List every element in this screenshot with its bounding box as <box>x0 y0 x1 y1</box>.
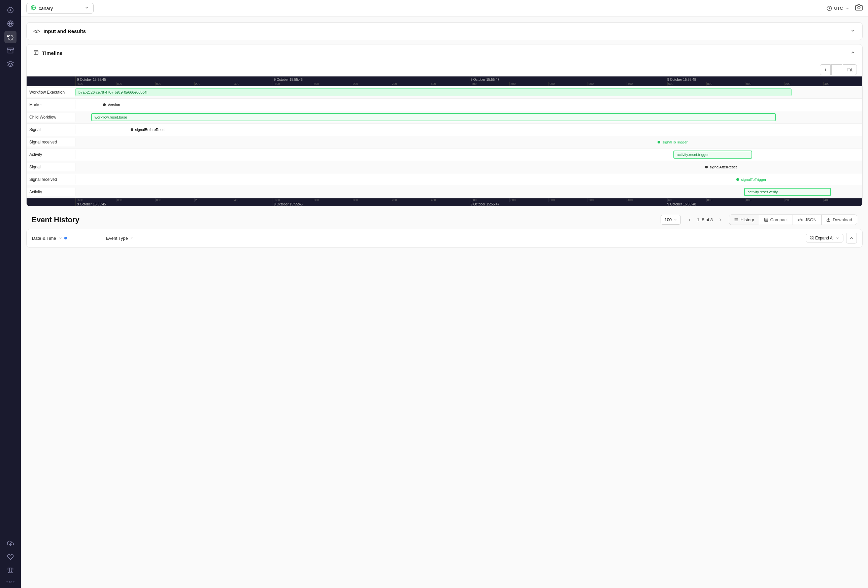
tab-json-label: JSON <box>805 217 817 222</box>
footer-timestamp-groups: 600 800 000 200 400 9 October 15:55:45 6… <box>75 198 862 206</box>
signal1-track: signalBeforeReset <box>75 124 862 136</box>
timezone-label: UTC <box>834 6 843 11</box>
expand-all-button[interactable]: Expand All <box>806 234 843 242</box>
input-results-collapse-icon <box>850 28 856 34</box>
event-history-controls: 100 1–8 of 8 <box>661 214 857 225</box>
scroll-top-button[interactable] <box>846 233 857 244</box>
sidebar-item-globe[interactable] <box>4 18 16 30</box>
marker-track: Version <box>75 99 862 111</box>
timeline-row-activity1: Activity activity.reset.trigger <box>27 149 862 161</box>
tab-compact-label: Compact <box>771 217 788 222</box>
code-icon: </> <box>33 29 40 34</box>
svg-rect-27 <box>812 236 813 238</box>
tab-json[interactable]: </> JSON <box>793 215 822 225</box>
sidebar-item-favorites[interactable] <box>4 551 16 563</box>
timeline-collapse-icon <box>850 50 856 56</box>
col-eventtype: Event Type <box>106 233 806 244</box>
footer-group-3: 600 800 000 200 400 9 October 15:55:48 <box>666 198 862 206</box>
activity2-bar[interactable]: activity.reset.verify <box>744 188 831 196</box>
svg-rect-26 <box>810 236 812 238</box>
timeline-title-group: Timeline <box>33 50 63 56</box>
col-datetime: Date & Time <box>32 233 106 244</box>
timeline-card: Timeline + - Fit 9 October <box>26 44 863 207</box>
sidebar-item-layers[interactable] <box>4 58 16 70</box>
event-table-header: Date & Time Event Type Expand All <box>27 229 862 247</box>
signalreceived2-dot[interactable]: signalToTrigger <box>737 177 766 182</box>
page-size-selector[interactable]: 100 <box>661 215 681 225</box>
signal2-dot[interactable]: signalAfterReset <box>705 165 737 169</box>
pagination-controls: 1–8 of 8 <box>685 215 725 225</box>
childworkflow-track: workflow.reset.base <box>75 111 862 123</box>
camera-icon[interactable] <box>855 4 863 13</box>
download-button[interactable]: Download <box>822 215 857 225</box>
timeline-row-signal2: Signal signalAfterReset <box>27 161 862 173</box>
svg-rect-13 <box>34 50 38 55</box>
input-results-header[interactable]: </> Input and Results <box>27 22 862 40</box>
zoom-in-button[interactable]: + <box>820 64 831 75</box>
dot-icon <box>658 141 660 143</box>
childworkflow-bar[interactable]: workflow.reset.base <box>91 113 776 121</box>
tab-history-label: History <box>740 217 754 222</box>
input-results-title-group: </> Input and Results <box>33 28 86 34</box>
timeline-row-signal1: Signal signalBeforeReset <box>27 124 862 136</box>
signal1-label: signalBeforeReset <box>135 128 166 131</box>
timezone-selector[interactable]: UTC <box>827 6 850 11</box>
dot-icon <box>705 166 708 168</box>
pagination-prev-button[interactable] <box>685 215 694 225</box>
timestamp-groups: 9 October 15:55:45 600 800 000 200 400 9… <box>75 77 862 86</box>
svg-point-12 <box>858 6 860 9</box>
pagination-next-button[interactable] <box>716 215 725 225</box>
signal1-dot[interactable]: signalBeforeReset <box>131 128 166 131</box>
timeline-visualization: 9 October 15:55:45 600 800 000 200 400 9… <box>27 77 862 206</box>
input-results-title: Input and Results <box>43 28 86 34</box>
marker-label: Version <box>108 103 120 107</box>
sidebar-bottom-items: 2.18.2 <box>4 538 16 584</box>
sidebar-item-home[interactable] <box>4 4 16 16</box>
signalreceived2-label: signalToTrigger <box>741 177 766 182</box>
svg-rect-19 <box>764 218 768 222</box>
filter-indicator <box>64 237 67 239</box>
dot-icon <box>103 103 106 106</box>
timeline-header-timestamps: 9 October 15:55:45 600 800 000 200 400 9… <box>27 77 862 86</box>
workflow-track: b7ab2c26-ce78-4707-b9c9-0a666e665c4f <box>75 86 862 98</box>
event-history-title: Event History <box>32 216 80 224</box>
sidebar-item-lab[interactable] <box>4 564 16 576</box>
namespace-selector[interactable]: canary <box>26 3 94 14</box>
dot-icon <box>131 128 133 131</box>
event-history-header: Event History 100 1–8 of 8 <box>26 210 863 229</box>
sidebar: 2.18.2 <box>0 0 21 588</box>
timeline-row-childworkflow: Child Workflow workflow.reset.base <box>27 111 862 124</box>
svg-rect-28 <box>810 238 812 240</box>
signalreceived1-label: signalToTrigger <box>662 140 688 144</box>
zoom-fit-button[interactable]: Fit <box>843 64 857 75</box>
zoom-out-button[interactable]: - <box>831 64 842 75</box>
timestamp-group-3: 9 October 15:55:48 600 800 000 200 400 <box>666 77 862 86</box>
signalreceived2-track: signalToTrigger <box>75 173 862 186</box>
timeline-row-activity2: Activity activity.reset.verify <box>27 186 862 198</box>
sidebar-item-upload[interactable] <box>4 538 16 550</box>
event-table: Date & Time Event Type Expand All <box>26 229 863 248</box>
expand-all-label: Expand All <box>815 236 834 241</box>
timeline-title: Timeline <box>42 50 63 56</box>
tab-compact[interactable]: Compact <box>759 215 793 225</box>
activity1-bar[interactable]: activity.reset.trigger <box>673 151 752 159</box>
sidebar-top-items <box>4 4 16 535</box>
svg-marker-7 <box>8 61 13 64</box>
eventtype-header-label: Event Type <box>106 236 128 241</box>
activity2-track: activity.reset.verify <box>75 186 862 198</box>
view-tabs: History Compact </> JSON Download <box>729 214 857 225</box>
sidebar-item-history[interactable] <box>4 31 16 43</box>
timeline-row-marker: Marker Version <box>27 99 862 111</box>
timeline-zoom-controls: + - Fit <box>27 62 862 77</box>
timeline-header[interactable]: Timeline <box>27 44 862 62</box>
footer-group-0: 600 800 000 200 400 9 October 15:55:45 <box>75 198 272 206</box>
signalreceived1-dot[interactable]: signalToTrigger <box>658 140 688 144</box>
topbar: canary UTC <box>21 0 868 17</box>
app-version: 2.18.2 <box>6 581 15 584</box>
svg-rect-29 <box>812 238 813 240</box>
page-content: </> Input and Results Timeline <box>21 17 868 588</box>
sidebar-item-archive[interactable] <box>4 44 16 56</box>
tab-history[interactable]: History <box>729 215 759 225</box>
marker-dot[interactable]: Version <box>103 103 120 107</box>
workflow-bar[interactable]: b7ab2c26-ce78-4707-b9c9-0a666e665c4f <box>75 88 791 96</box>
